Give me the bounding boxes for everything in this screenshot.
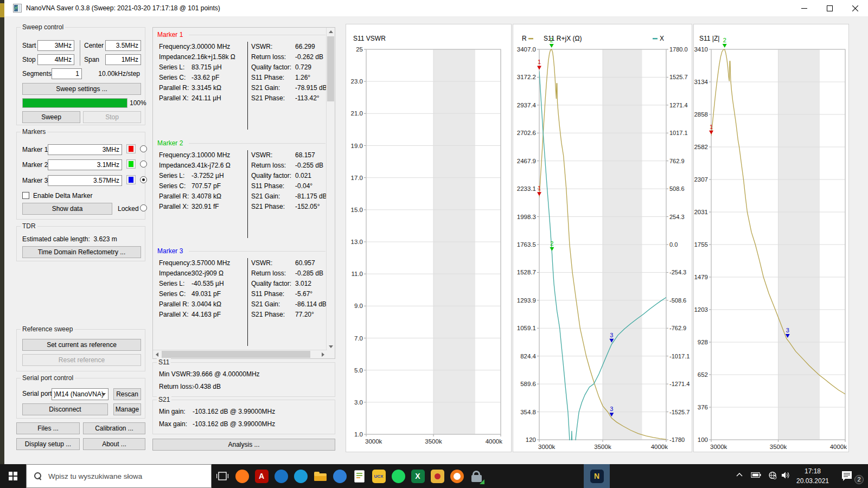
taskbar-app-ucx-app[interactable]: UCX [369,464,388,488]
field-value: 3.4078 kΩ [192,192,221,200]
taskbar-app-excel[interactable]: X [408,464,427,488]
taskbar-app-task-view[interactable] [213,464,232,488]
chevron-up-icon[interactable] [736,471,743,479]
taskbar-app-spotify[interactable] [388,464,408,488]
taskbar-app-file-explorer[interactable] [310,464,330,488]
svg-text:-1017.1: -1017.1 [669,353,690,359]
taskbar-app-nanovna-saver[interactable]: N [584,464,610,488]
marker2-freq-input[interactable]: 3.1MHz [48,159,122,170]
taskbar-app-globe-app[interactable] [330,464,349,488]
text-editor-icon [353,470,366,483]
tdr-button[interactable]: Time Domain Reflectometry ... [22,246,141,258]
svg-text:3407.0: 3407.0 [517,46,536,53]
marker1-radio[interactable] [140,145,147,152]
svg-text:R: R [522,35,527,42]
field-value: 83.715 µH [192,63,222,71]
locked-radio[interactable] [140,204,147,211]
scroll-left-arrow-icon[interactable] [156,352,158,357]
notification-badge: 2 [854,475,864,484]
titlebar[interactable]: NanoVNA Saver 0.3.8 (Sweep: 2021-03-20 1… [4,0,868,16]
vertical-scrollbar[interactable] [326,28,335,351]
stop-button[interactable]: Stop [83,111,141,123]
scroll-right-arrow-icon[interactable] [322,352,324,357]
serial-port-select[interactable]: )M14 (NanoVNA) [52,388,108,400]
network-globe-icon[interactable] [768,471,777,479]
marker3-radio[interactable] [140,176,147,183]
search-box[interactable]: Wpisz tu wyszukiwane słowa [26,464,212,488]
volume-icon[interactable] [781,471,791,479]
marker3-freq-input[interactable]: 3.57MHz [48,175,122,186]
about-button[interactable]: About ... [83,438,145,450]
rjx-chart[interactable]: 3407.03172.22937.42702.62467.92233.11998… [513,24,692,452]
marker2-radio[interactable] [140,160,147,168]
svg-text:25: 25 [356,46,363,53]
stop-input[interactable]: 4MHz [37,54,74,65]
svg-text:1763.5: 1763.5 [517,241,536,248]
min-gain-value: -103.162 dB @ 3.99000MHz [193,408,275,415]
field-value: 241.11 µH [192,94,221,102]
battery-icon[interactable] [751,471,762,479]
start-label: Start [22,42,36,49]
svg-text:4000k: 4000k [651,444,668,450]
start-button[interactable] [0,464,26,488]
span-input[interactable]: 1MHz [105,54,141,65]
horizontal-scroll-thumb[interactable] [162,351,310,358]
vertical-scroll-thumb[interactable] [327,36,334,101]
rescan-button[interactable]: Rescan [113,388,141,400]
calibration-button[interactable]: Calibration ... [83,422,145,434]
taskbar-clock[interactable]: 17:18 20.03.2021 [791,466,834,486]
action-center-icon[interactable] [841,470,853,481]
marker2-color-button[interactable] [126,159,136,169]
taskbar-app-thunderbird[interactable] [271,464,291,488]
scroll-down-arrow-icon[interactable] [329,345,333,348]
marker1-color-button[interactable] [126,144,136,153]
set-reference-button[interactable]: Set current as reference [22,339,141,351]
app-icon [13,4,22,12]
field-label: Impedance: [159,53,193,61]
taskbar: Wpisz tu wyszukiwane słowa AUCXXN 17:18 … [0,464,868,488]
analysis-button[interactable]: Analysis ... [152,439,335,451]
taskbar-app-edge[interactable] [291,464,310,488]
field-label: Return loss: [251,269,286,277]
s11-return-loss-value: -0.438 dB [193,383,221,390]
center-input[interactable]: 3.5MHz [105,40,141,51]
show-data-button[interactable]: Show data [22,203,112,215]
field-label: Series L: [159,280,184,287]
disconnect-button[interactable]: Disconnect [22,403,108,415]
taskbar-app-acrobat[interactable]: A [252,464,271,488]
min-vswr-value: 39.666 @ 4.00000MHz [193,370,260,378]
minimize-button[interactable] [792,0,817,16]
svg-text:1998.3: 1998.3 [517,214,536,220]
close-button[interactable] [843,0,868,16]
maximize-button[interactable] [817,0,843,16]
thunderbird-icon [275,470,288,483]
taskbar-app-firefox[interactable] [232,464,252,488]
taskbar-app-password-manager[interactable] [467,464,486,488]
reset-reference-button[interactable]: Reset reference [22,354,141,366]
svg-text:23.0: 23.0 [351,78,363,85]
start-input[interactable]: 3MHz [37,40,74,51]
horizontal-scrollbar[interactable] [153,350,327,358]
marker1-freq-input[interactable]: 3MHz [48,144,122,155]
taskbar-app-text-editor[interactable] [349,464,369,488]
scroll-up-arrow-icon[interactable] [329,30,333,33]
sweep-button[interactable]: Sweep [22,111,80,123]
marker-data-scroll-area[interactable]: Marker 1Frequency:3.00000 MHzImpedance:2… [153,28,326,350]
field-label: Parallel R: [159,300,189,308]
field-value: -0.262 dB [295,53,323,61]
vswr-chart[interactable]: 2523.021.019.017.015.013.011.09.07.05.03… [346,24,511,452]
taskbar-app-photo-viewer[interactable] [427,464,447,488]
field-label: Quality factor: [251,63,291,71]
z-chart[interactable]: 3410313428582582230720311755147912039286… [694,24,848,452]
display-setup-button[interactable]: Display setup ... [16,438,80,450]
sweep-control-group: Sweep control Start 3MHz Center 3.5MHz S… [16,27,145,125]
sweep-settings-button[interactable]: Sweep settings ... [22,83,141,95]
enable-delta-marker-checkbox[interactable] [22,192,29,199]
files-button[interactable]: Files ... [16,422,80,434]
manage-button[interactable]: Manage [113,403,141,415]
segments-input[interactable]: 1 [52,68,82,79]
field-label: Impedance: [159,162,193,169]
taskbar-app-orange-app[interactable] [447,464,467,488]
svg-text:1.0: 1.0 [354,431,363,438]
marker3-color-button[interactable] [126,175,136,184]
